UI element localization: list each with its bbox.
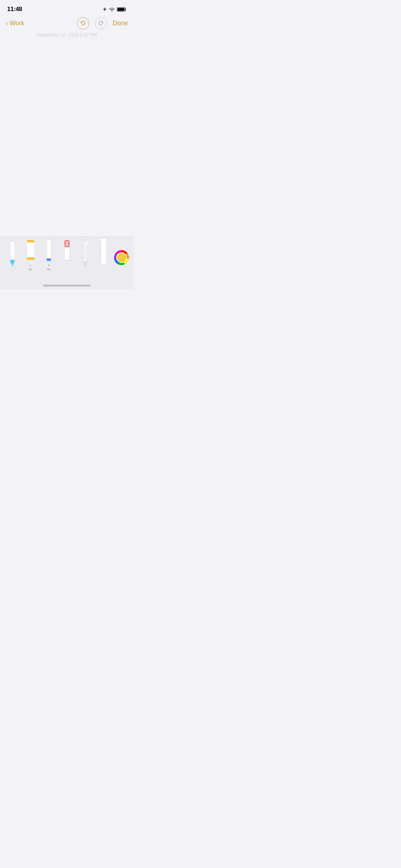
status-bar: 11:48 ✈	[0, 0, 134, 16]
svg-point-16	[48, 265, 49, 265]
done-button[interactable]: Done	[113, 20, 128, 27]
svg-rect-17	[47, 238, 51, 240]
status-icons: ✈	[103, 6, 127, 12]
undo-button[interactable]	[77, 17, 89, 29]
ruler-tool[interactable]	[94, 236, 112, 272]
undo-icon	[80, 20, 86, 26]
redo-icon	[98, 20, 104, 26]
pen-tool-icon	[7, 237, 18, 267]
marker-tool[interactable]: 80	[22, 236, 39, 272]
airplane-icon: ✈	[103, 6, 107, 12]
marker-tool-label: 80	[29, 268, 32, 272]
nav-actions: Done	[77, 17, 128, 29]
svg-rect-12	[47, 239, 51, 260]
drawing-canvas[interactable]	[0, 38, 134, 237]
svg-rect-11	[27, 240, 34, 242]
color-picker-wrapper[interactable]	[113, 247, 130, 268]
svg-rect-33	[83, 239, 87, 241]
svg-rect-7	[27, 241, 35, 259]
nav-bar: ‹ Work Done	[0, 16, 134, 31]
svg-marker-32	[84, 265, 86, 267]
marker-tool-icon	[24, 237, 37, 267]
eraser-tool[interactable]	[58, 236, 76, 272]
pen-tool[interactable]	[4, 236, 21, 272]
svg-marker-9	[27, 260, 35, 265]
svg-rect-8	[27, 257, 35, 260]
svg-rect-34	[100, 238, 107, 265]
back-button[interactable]: ‹ Work	[6, 20, 24, 27]
back-label: Work	[10, 20, 25, 27]
svg-rect-14	[47, 260, 51, 261]
lasso-tool-icon	[79, 237, 91, 267]
svg-rect-1	[118, 8, 125, 11]
svg-point-5	[12, 265, 13, 267]
ruler-tool-icon	[97, 236, 110, 267]
back-chevron-icon: ‹	[6, 19, 8, 26]
color-picker-inner	[116, 252, 127, 263]
wifi-icon	[109, 7, 115, 11]
svg-rect-2	[10, 240, 15, 262]
svg-marker-4	[10, 262, 15, 266]
svg-rect-3	[10, 260, 15, 262]
pencil-tool-label: 50	[47, 268, 50, 272]
svg-rect-13	[47, 259, 51, 260]
battery-icon	[117, 7, 127, 12]
svg-marker-23	[65, 261, 69, 264]
tools-row: 80 50	[0, 237, 134, 276]
pencil-tool[interactable]: 50	[40, 236, 57, 272]
pencil-tool-icon	[43, 236, 55, 267]
app-screen: 11:48 ✈ ‹ Work	[0, 0, 134, 289]
svg-rect-22	[65, 260, 69, 261]
status-time: 11:48	[7, 6, 22, 13]
lasso-tool[interactable]	[76, 236, 94, 272]
svg-marker-31	[83, 262, 88, 265]
color-picker-button[interactable]	[114, 250, 129, 265]
date-watermark: September 12, 2019 1:47 PM	[0, 31, 134, 38]
eraser-tool-icon	[61, 237, 73, 267]
svg-marker-10	[30, 265, 32, 267]
svg-marker-15	[47, 261, 51, 265]
svg-rect-6	[11, 240, 14, 242]
redo-button[interactable]	[95, 17, 107, 29]
home-indicator	[43, 285, 91, 286]
drawing-toolbar: 80 50	[0, 237, 134, 289]
